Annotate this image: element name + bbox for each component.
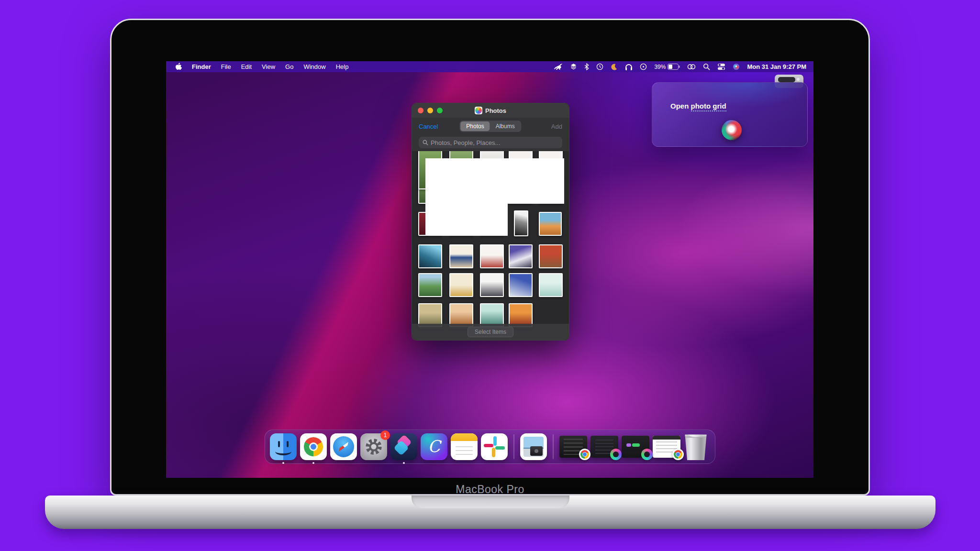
photo-grid xyxy=(412,151,569,340)
photo-thumbnail[interactable] xyxy=(509,244,533,268)
tab-photos[interactable]: Photos xyxy=(460,121,490,131)
search-placeholder: Photos, People, Places... xyxy=(431,139,500,146)
link-icon[interactable] xyxy=(687,64,696,70)
search-icon xyxy=(423,140,428,145)
dock-shortcuts-icon[interactable] xyxy=(390,433,417,460)
photos-app-icon xyxy=(475,107,482,114)
dock-chrome-icon[interactable] xyxy=(300,433,327,460)
dock-slack-icon[interactable] xyxy=(481,433,508,460)
photo-thumbnail[interactable] xyxy=(539,212,562,236)
running-indicator xyxy=(282,462,284,464)
running-indicator xyxy=(403,462,405,464)
spotlight-search-icon[interactable] xyxy=(703,63,710,70)
tab-switcher: Photos Albums xyxy=(459,121,521,132)
widget-screen xyxy=(778,77,795,82)
dock-settings-icon[interactable]: 1 xyxy=(360,433,387,460)
dock: 1C xyxy=(265,430,715,464)
tab-albums[interactable]: Albums xyxy=(490,121,521,131)
photo-thumbnail[interactable] xyxy=(539,273,563,297)
page-background: FinderFileEditViewGoWindowHelp xyxy=(0,0,980,551)
notification-badge: 1 xyxy=(380,430,390,440)
macbook-screen-bezel: FinderFileEditViewGoWindowHelp xyxy=(110,19,870,496)
dock-photoapp-icon[interactable] xyxy=(520,433,547,460)
dock-minimized-window-dark-orb-icon[interactable] xyxy=(590,436,618,458)
dock-minimized-window-doc-chrome-icon[interactable] xyxy=(653,436,680,458)
menu-file[interactable]: File xyxy=(221,63,231,70)
menu-window[interactable]: Window xyxy=(303,63,325,70)
battery-icon xyxy=(668,64,680,70)
dock-trash-icon[interactable] xyxy=(684,433,708,460)
battery-indicator[interactable]: 39% xyxy=(654,64,680,70)
bluetooth-icon[interactable] xyxy=(584,63,589,70)
siri-icon[interactable] xyxy=(733,63,740,70)
photo-thumbnail[interactable] xyxy=(449,273,473,297)
photo-thumbnail[interactable] xyxy=(449,244,473,268)
photo-thumbnail[interactable] xyxy=(514,210,528,236)
running-indicator xyxy=(312,462,314,464)
battery-percent: 39% xyxy=(654,64,666,70)
menu-finder[interactable]: Finder xyxy=(192,63,211,70)
cancel-button[interactable]: Cancel xyxy=(419,123,438,130)
select-items-button[interactable]: Select Items xyxy=(468,327,513,337)
photo-thumbnail[interactable] xyxy=(480,273,504,297)
photo-thumbnail[interactable] xyxy=(480,244,504,268)
kangaroo-icon[interactable] xyxy=(554,63,563,70)
redaction-overlay xyxy=(425,204,508,236)
macos-desktop: FinderFileEditViewGoWindowHelp xyxy=(166,61,813,478)
timer-icon[interactable] xyxy=(596,63,603,70)
dock-minimized-window-dark-orb2-icon[interactable] xyxy=(622,436,649,458)
stack-icon[interactable] xyxy=(570,63,577,70)
redaction-overlay xyxy=(425,158,564,204)
dock-finder-icon[interactable] xyxy=(270,433,297,460)
menu-go[interactable]: Go xyxy=(285,63,293,70)
alarm-icon[interactable] xyxy=(640,63,647,70)
siri-suggestion-link[interactable]: photo grid xyxy=(691,102,726,111)
macbook-base xyxy=(45,496,935,529)
photo-thumbnail[interactable] xyxy=(418,273,442,297)
moon-icon[interactable] xyxy=(611,63,618,70)
dock-safari-icon[interactable] xyxy=(330,433,357,460)
menubar-clock[interactable]: Mon 31 Jan 9:27 PM xyxy=(747,63,806,70)
search-input[interactable]: Photos, People, Places... xyxy=(419,137,562,148)
add-button[interactable]: Add xyxy=(551,123,562,130)
dock-canva-icon[interactable]: C xyxy=(421,433,447,460)
photos-picker-window: Photos Cancel Photos Albums Add Photos, … xyxy=(412,103,569,341)
control-center-icon[interactable] xyxy=(717,63,725,70)
dock-separator xyxy=(513,434,514,459)
picker-toolbar: Cancel Photos Albums Add xyxy=(412,118,569,135)
menu-edit[interactable]: Edit xyxy=(241,63,252,70)
siri-text-prefix: Open xyxy=(670,102,691,110)
siri-suggestion-panel: Open photo grid xyxy=(652,82,808,147)
picker-footer: Select Items xyxy=(412,324,569,340)
window-titlebar[interactable]: Photos xyxy=(412,103,569,118)
widget-dot xyxy=(797,78,800,81)
menu-bar: FinderFileEditViewGoWindowHelp xyxy=(166,61,813,72)
siri-suggestion-text: Open photo grid xyxy=(670,102,726,110)
menu-help[interactable]: Help xyxy=(336,63,349,70)
device-label: MacBook Pro xyxy=(111,483,869,496)
base-notch xyxy=(412,496,569,508)
search-row: Photos, People, Places... xyxy=(412,135,569,151)
siri-orb[interactable] xyxy=(722,120,742,140)
apple-menu-icon[interactable] xyxy=(175,63,182,71)
photo-thumbnail[interactable] xyxy=(539,244,563,268)
window-title: Photos xyxy=(485,107,506,114)
dock-notes-icon[interactable] xyxy=(451,433,478,460)
photo-thumbnail[interactable] xyxy=(509,273,533,297)
dock-separator xyxy=(553,434,554,459)
headphones-icon[interactable] xyxy=(625,64,633,70)
menu-view[interactable]: View xyxy=(262,63,275,70)
dock-minimized-window-dark-chrome-icon[interactable] xyxy=(559,436,587,458)
photo-thumbnail[interactable] xyxy=(418,244,442,268)
